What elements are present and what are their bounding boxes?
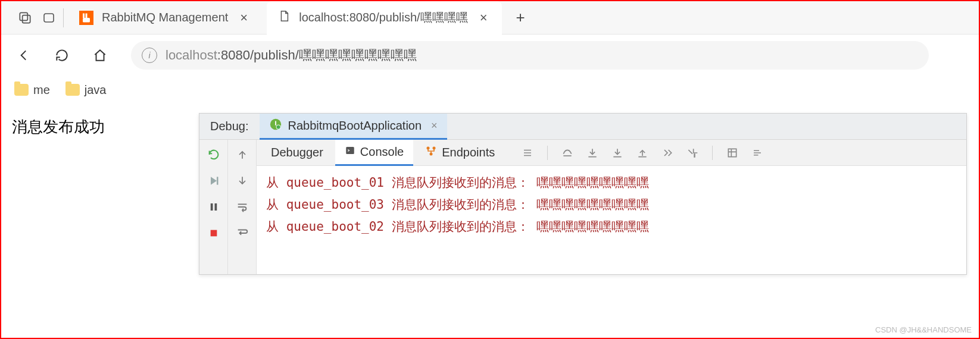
spring-boot-icon (269, 118, 282, 134)
ide-console-toolbar (228, 140, 257, 274)
line-label: 消息队列接收到的消息： (392, 219, 529, 234)
console-line: 从 queue_boot_01 消息队列接收到的消息： 嘿嘿嘿嘿嘿嘿嘿嘿嘿 (266, 172, 957, 194)
ide-body: Debugger Console Endpoints (199, 140, 966, 274)
tab-strip: RabbitMQ Management × localhost:8080/pub… (1, 1, 979, 34)
run-config-name: RabbitmqBootApplication (288, 119, 422, 133)
line-message: 嘿嘿嘿嘿嘿嘿嘿嘿嘿 (536, 175, 649, 190)
svg-text:I: I (694, 152, 695, 158)
svg-rect-4 (86, 13, 88, 18)
ide-debug-panel: Debug: RabbitmqBootApplication × (199, 113, 967, 275)
ide-tabs: Debugger Console Endpoints (257, 140, 966, 166)
watermark: CSDN @JH&&HANDSOME (875, 325, 972, 334)
console-line: 从 queue_boot_03 消息队列接收到的消息： 嘿嘿嘿嘿嘿嘿嘿嘿嘿 (266, 194, 957, 216)
console-line: 从 queue_boot_02 消息队列接收到的消息： 嘿嘿嘿嘿嘿嘿嘿嘿嘿 (266, 216, 957, 238)
svg-rect-11 (210, 230, 217, 237)
bookmark-folder-java[interactable]: java (65, 83, 107, 97)
svg-rect-2 (44, 14, 54, 22)
back-button[interactable] (12, 43, 36, 67)
ide-left-toolbar (199, 140, 228, 274)
line-label: 消息队列接收到的消息： (392, 197, 529, 212)
close-icon[interactable]: × (476, 9, 491, 27)
new-tab-button[interactable]: + (507, 8, 535, 27)
queue-name: queue_boot_03 (286, 197, 384, 212)
console-output[interactable]: 从 queue_boot_01 消息队列接收到的消息： 嘿嘿嘿嘿嘿嘿嘿嘿嘿 从 … (257, 166, 966, 274)
step-over-icon[interactable] (558, 144, 576, 162)
tab-title: RabbitMQ Management (102, 11, 228, 24)
queue-name: queue_boot_01 (286, 175, 384, 190)
tab-endpoints[interactable]: Endpoints (416, 140, 504, 166)
line-prefix: 从 (266, 175, 279, 190)
tab-console[interactable]: Console (335, 140, 413, 166)
run-to-cursor-icon[interactable]: I (683, 144, 701, 162)
stop-button[interactable] (205, 224, 223, 242)
svg-rect-8 (217, 177, 219, 184)
bookmark-folder-me[interactable]: me (14, 83, 50, 97)
separator (547, 146, 548, 160)
svg-rect-10 (214, 203, 217, 211)
show-execution-point-icon[interactable] (519, 144, 536, 162)
address-text: localhost:8080/publish/嘿嘿嘿嘿嘿嘿嘿嘿嘿 (166, 46, 417, 64)
run-config-tab[interactable]: RabbitmqBootApplication × (260, 114, 447, 140)
drop-frame-icon[interactable] (658, 144, 676, 162)
bookmark-label: java (85, 83, 107, 97)
svg-rect-3 (83, 13, 85, 18)
scroll-to-end-button[interactable] (233, 224, 251, 242)
tab-label: Endpoints (442, 146, 495, 159)
endpoints-icon (425, 145, 437, 160)
tab-title: localhost:8080/publish/嘿嘿嘿嘿 (299, 10, 467, 26)
scroll-up-button[interactable] (233, 146, 251, 164)
page-icon (277, 10, 291, 26)
close-icon[interactable]: × (427, 120, 438, 132)
rerun-button[interactable] (205, 146, 223, 164)
pause-button[interactable] (205, 198, 223, 216)
tab-label: Console (360, 145, 404, 159)
svg-rect-0 (20, 12, 27, 20)
svg-point-7 (276, 124, 280, 128)
step-out-icon[interactable] (633, 144, 651, 162)
evaluate-icon[interactable] (723, 144, 741, 162)
debug-label: Debug: (199, 120, 260, 133)
workspaces-icon[interactable] (15, 8, 35, 27)
scroll-down-button[interactable] (233, 172, 251, 190)
tab-debugger[interactable]: Debugger (261, 140, 333, 166)
svg-point-15 (430, 153, 432, 155)
separator (712, 146, 713, 160)
browser-tab-localhost[interactable]: localhost:8080/publish/嘿嘿嘿嘿 × (267, 1, 501, 34)
svg-point-14 (433, 147, 435, 149)
browser-tab-rabbitmq[interactable]: RabbitMQ Management × (68, 1, 262, 34)
svg-rect-17 (729, 149, 736, 156)
site-info-icon[interactable]: i (142, 48, 157, 63)
window-icon[interactable] (39, 8, 58, 27)
soft-wrap-button[interactable] (233, 198, 251, 216)
folder-icon (14, 84, 29, 96)
tab-separator (63, 8, 64, 27)
line-message: 嘿嘿嘿嘿嘿嘿嘿嘿嘿 (536, 219, 649, 234)
trace-icon[interactable] (748, 144, 766, 162)
step-into-icon[interactable] (583, 144, 601, 162)
svg-rect-12 (346, 147, 354, 154)
close-icon[interactable]: × (236, 9, 251, 27)
folder-icon (65, 84, 80, 96)
force-step-into-icon[interactable] (608, 144, 626, 162)
rabbitmq-icon (79, 11, 93, 25)
ide-main: Debugger Console Endpoints (257, 140, 966, 274)
reload-button[interactable] (50, 43, 74, 67)
queue-name: queue_boot_02 (286, 219, 384, 234)
address-bar[interactable]: i localhost:8080/publish/嘿嘿嘿嘿嘿嘿嘿嘿嘿 (131, 41, 929, 70)
resume-button[interactable] (205, 172, 223, 190)
url-path: :8080/publish/嘿嘿嘿嘿嘿嘿嘿嘿嘿 (217, 48, 417, 62)
console-icon (345, 145, 355, 159)
svg-rect-5 (83, 18, 90, 23)
line-label: 消息队列接收到的消息： (392, 175, 529, 190)
line-prefix: 从 (266, 197, 279, 212)
bookmark-label: me (33, 83, 50, 97)
svg-rect-1 (23, 15, 30, 23)
svg-point-13 (427, 147, 429, 149)
bookmarks-bar: me java (1, 76, 979, 103)
line-message: 嘿嘿嘿嘿嘿嘿嘿嘿嘿 (536, 197, 649, 212)
nav-bar: i localhost:8080/publish/嘿嘿嘿嘿嘿嘿嘿嘿嘿 (1, 34, 979, 76)
tab-label: Debugger (271, 146, 323, 159)
home-button[interactable] (88, 43, 112, 67)
url-host: localhost (166, 48, 217, 62)
ide-step-toolbar: I (507, 144, 766, 162)
